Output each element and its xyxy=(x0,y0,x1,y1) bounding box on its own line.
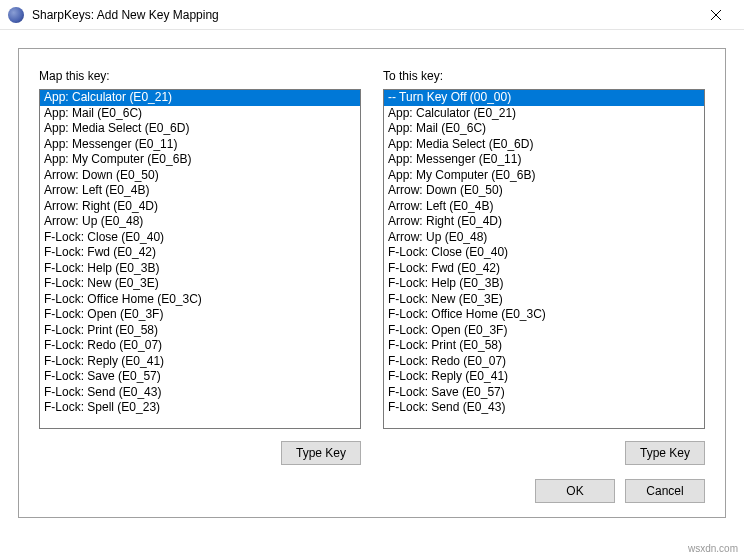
content-frame: Map this key: App: Calculator (E0_21)App… xyxy=(18,48,726,518)
close-button[interactable] xyxy=(696,1,736,29)
map-from-label: Map this key: xyxy=(39,69,361,83)
map-from-listbox[interactable]: App: Calculator (E0_21)App: Mail (E0_6C)… xyxy=(39,89,361,429)
list-item[interactable]: F-Lock: Save (E0_57) xyxy=(384,385,704,401)
list-item[interactable]: Arrow: Down (E0_50) xyxy=(40,168,360,184)
list-item[interactable]: F-Lock: Send (E0_43) xyxy=(40,385,360,401)
list-item[interactable]: F-Lock: Send (E0_43) xyxy=(384,400,704,416)
list-item[interactable]: F-Lock: Reply (E0_41) xyxy=(40,354,360,370)
list-item[interactable]: Arrow: Down (E0_50) xyxy=(384,183,704,199)
map-to-label: To this key: xyxy=(383,69,705,83)
list-item[interactable]: F-Lock: New (E0_3E) xyxy=(384,292,704,308)
typekey-row-right: Type Key xyxy=(383,441,705,465)
watermark: wsxdn.com xyxy=(688,543,738,554)
list-item[interactable]: App: Messenger (E0_11) xyxy=(40,137,360,153)
list-item[interactable]: F-Lock: Redo (E0_07) xyxy=(384,354,704,370)
close-icon xyxy=(711,10,721,20)
map-to-column: To this key: -- Turn Key Off (00_00)App:… xyxy=(383,69,705,465)
cancel-button[interactable]: Cancel xyxy=(625,479,705,503)
map-from-column: Map this key: App: Calculator (E0_21)App… xyxy=(39,69,361,465)
list-item[interactable]: F-Lock: Print (E0_58) xyxy=(384,338,704,354)
typekey-row-left: Type Key xyxy=(39,441,361,465)
list-item[interactable]: App: Media Select (E0_6D) xyxy=(40,121,360,137)
list-item[interactable]: F-Lock: Save (E0_57) xyxy=(40,369,360,385)
list-item[interactable]: App: Mail (E0_6C) xyxy=(40,106,360,122)
list-item[interactable]: F-Lock: Office Home (E0_3C) xyxy=(384,307,704,323)
dialog-body: Map this key: App: Calculator (E0_21)App… xyxy=(0,30,744,530)
list-item[interactable]: F-Lock: Office Home (E0_3C) xyxy=(40,292,360,308)
list-item[interactable]: App: Media Select (E0_6D) xyxy=(384,137,704,153)
list-item[interactable]: App: Mail (E0_6C) xyxy=(384,121,704,137)
type-key-button-right[interactable]: Type Key xyxy=(625,441,705,465)
list-item[interactable]: Arrow: Left (E0_4B) xyxy=(40,183,360,199)
titlebar: SharpKeys: Add New Key Mapping xyxy=(0,0,744,30)
list-item[interactable]: F-Lock: Close (E0_40) xyxy=(384,245,704,261)
list-item[interactable]: F-Lock: Fwd (E0_42) xyxy=(40,245,360,261)
list-item[interactable]: Arrow: Right (E0_4D) xyxy=(384,214,704,230)
list-item[interactable]: App: Calculator (E0_21) xyxy=(384,106,704,122)
list-item[interactable]: Arrow: Up (E0_48) xyxy=(384,230,704,246)
list-item[interactable]: F-Lock: Fwd (E0_42) xyxy=(384,261,704,277)
list-item[interactable]: App: Messenger (E0_11) xyxy=(384,152,704,168)
list-item[interactable]: F-Lock: Close (E0_40) xyxy=(40,230,360,246)
list-item[interactable]: -- Turn Key Off (00_00) xyxy=(384,90,704,106)
list-item[interactable]: Arrow: Up (E0_48) xyxy=(40,214,360,230)
list-item[interactable]: App: My Computer (E0_6B) xyxy=(384,168,704,184)
list-item[interactable]: F-Lock: Open (E0_3F) xyxy=(384,323,704,339)
window-title: SharpKeys: Add New Key Mapping xyxy=(32,8,696,22)
app-icon xyxy=(8,7,24,23)
list-item[interactable]: App: Calculator (E0_21) xyxy=(40,90,360,106)
ok-button[interactable]: OK xyxy=(535,479,615,503)
list-item[interactable]: F-Lock: Open (E0_3F) xyxy=(40,307,360,323)
list-item[interactable]: F-Lock: Reply (E0_41) xyxy=(384,369,704,385)
footer-buttons: OK Cancel xyxy=(39,479,705,503)
list-item[interactable]: Arrow: Right (E0_4D) xyxy=(40,199,360,215)
list-item[interactable]: F-Lock: Print (E0_58) xyxy=(40,323,360,339)
list-item[interactable]: F-Lock: Help (E0_3B) xyxy=(40,261,360,277)
list-item[interactable]: F-Lock: New (E0_3E) xyxy=(40,276,360,292)
list-item[interactable]: F-Lock: Spell (E0_23) xyxy=(40,400,360,416)
type-key-button-left[interactable]: Type Key xyxy=(281,441,361,465)
list-item[interactable]: F-Lock: Redo (E0_07) xyxy=(40,338,360,354)
list-item[interactable]: App: My Computer (E0_6B) xyxy=(40,152,360,168)
list-item[interactable]: F-Lock: Help (E0_3B) xyxy=(384,276,704,292)
map-to-listbox[interactable]: -- Turn Key Off (00_00)App: Calculator (… xyxy=(383,89,705,429)
list-item[interactable]: Arrow: Left (E0_4B) xyxy=(384,199,704,215)
columns: Map this key: App: Calculator (E0_21)App… xyxy=(39,69,705,465)
